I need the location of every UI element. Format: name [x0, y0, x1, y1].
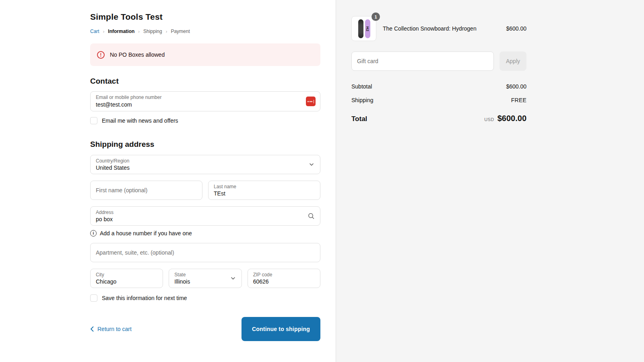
return-to-cart-label: Return to cart	[97, 326, 132, 332]
error-banner: ! No PO Boxes allowed	[90, 43, 320, 66]
chevron-left-icon	[90, 326, 94, 332]
first-name-input[interactable]	[91, 181, 202, 200]
gift-card-field[interactable]	[351, 51, 494, 71]
newsletter-label: Email me with news and offers	[102, 117, 178, 124]
address-hint: i Add a house number if you have one	[90, 230, 320, 237]
save-info-opt-in[interactable]: Save this information for next time	[90, 294, 320, 302]
last-name-input[interactable]	[208, 181, 320, 200]
subtotal-value: $600.00	[506, 83, 526, 90]
search-icon	[308, 212, 315, 220]
shipping-value: FREE	[511, 97, 526, 103]
error-message: No PO Boxes allowed	[110, 51, 165, 58]
info-icon: i	[90, 230, 97, 237]
product-name: The Collection Snowboard: Hydrogen	[376, 25, 506, 33]
total-row: Total USD $600.00	[351, 114, 526, 123]
city-input[interactable]	[91, 269, 163, 288]
country-value[interactable]: United States	[91, 155, 320, 174]
email-input[interactable]	[91, 92, 320, 111]
alert-circle-icon: !	[97, 51, 105, 59]
breadcrumb-shipping: Shipping	[143, 29, 162, 34]
save-info-checkbox[interactable]	[90, 294, 97, 302]
shipping-label: Shipping	[351, 97, 374, 103]
breadcrumb-payment: Payment	[171, 29, 190, 34]
chevron-right-icon: ›	[166, 29, 167, 34]
cost-summary: Subtotal $600.00 Shipping FREE Total USD…	[351, 83, 526, 123]
newsletter-opt-in[interactable]: Email me with news and offers	[90, 117, 320, 124]
last-name-field[interactable]: Last name	[208, 181, 320, 200]
shipping-address-heading: Shipping address	[90, 140, 320, 149]
zip-input[interactable]	[248, 269, 320, 288]
city-field[interactable]: City	[90, 269, 163, 288]
lastpass-extension-icon[interactable]	[306, 97, 316, 106]
newsletter-checkbox[interactable]	[90, 117, 97, 124]
product-price: $600.00	[506, 25, 526, 32]
email-field[interactable]: Email or mobile phone number	[90, 91, 320, 111]
chevron-right-icon: ›	[103, 29, 105, 34]
snowboard-dark-graphic	[358, 19, 363, 38]
gift-card-input[interactable]	[352, 52, 493, 70]
contact-heading: Contact	[90, 77, 320, 86]
zip-field[interactable]: ZIP code	[248, 269, 320, 288]
breadcrumb-cart[interactable]: Cart	[90, 29, 99, 34]
total-label: Total	[351, 115, 367, 123]
breadcrumb: Cart › Information › Shipping › Payment	[90, 29, 320, 34]
order-summary-panel: H2 1 The Collection Snowboard: Hydrogen …	[336, 0, 644, 362]
currency-code: USD	[484, 117, 494, 122]
first-name-field[interactable]	[90, 181, 202, 200]
checkout-form-panel: Simple Tools Test Cart › Information › S…	[0, 0, 336, 362]
address-input[interactable]	[91, 207, 320, 225]
quantity-badge: 1	[372, 12, 380, 21]
apartment-input[interactable]	[91, 243, 320, 262]
apartment-field[interactable]	[90, 243, 320, 262]
apply-gift-card-button[interactable]: Apply	[500, 51, 526, 71]
save-info-label: Save this information for next time	[102, 295, 187, 301]
subtotal-row: Subtotal $600.00	[351, 83, 526, 90]
address-hint-text: Add a house number if you have one	[100, 230, 192, 237]
snowboard-purple-graphic: H2	[365, 19, 370, 38]
state-select[interactable]: State Illinois	[169, 269, 242, 288]
state-value[interactable]: Illinois	[169, 269, 241, 288]
breadcrumb-information: Information	[108, 29, 134, 34]
continue-to-shipping-button[interactable]: Continue to shipping	[242, 317, 320, 341]
chevron-right-icon: ›	[138, 29, 140, 34]
subtotal-label: Subtotal	[351, 83, 372, 90]
address-field[interactable]: Address	[90, 206, 320, 226]
country-select[interactable]: Country/Region United States	[90, 155, 320, 174]
total-value: $600.00	[497, 114, 526, 123]
shipping-row: Shipping FREE	[351, 97, 526, 103]
cart-line-item: H2 1 The Collection Snowboard: Hydrogen …	[351, 16, 526, 41]
return-to-cart-link[interactable]: Return to cart	[90, 326, 132, 332]
store-title: Simple Tools Test	[90, 12, 320, 22]
